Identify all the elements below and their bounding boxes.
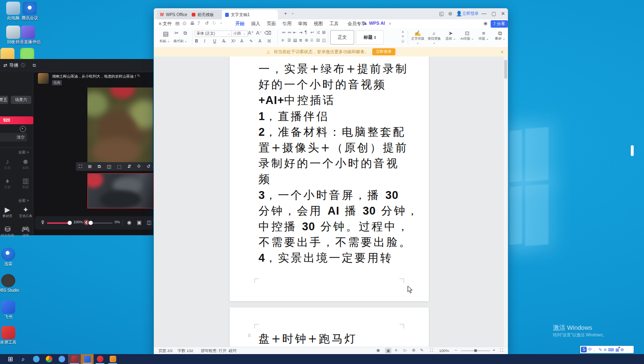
redo-icon[interactable]: ↻ — [212, 21, 216, 26]
font-button-A[interactable]: A — [259, 39, 261, 43]
paragraph-icon-b2[interactable]: ▤ — [293, 38, 297, 43]
font-button-X²[interactable]: X² — [231, 39, 235, 43]
stream-tool-贴纸[interactable]: ☻贴纸 — [17, 158, 34, 170]
taskbar-chrome-icon[interactable] — [42, 354, 55, 364]
taskbar-cursorapp-icon[interactable] — [81, 354, 94, 364]
paragraph-icon-b7[interactable]: ◫ — [322, 38, 326, 43]
settings-gear-icon[interactable]: ⊜ — [448, 11, 452, 17]
ime-symbol-icon[interactable]: ✕ — [603, 347, 606, 352]
paste-icon[interactable]: ▤ — [163, 30, 169, 38]
taskbar-start-icon[interactable]: ⊞ — [4, 354, 17, 364]
stream-tool-音乐[interactable]: ♪音乐 — [0, 158, 16, 170]
menu-引用[interactable]: 引用 — [282, 21, 291, 27]
preview-tool-icon-5[interactable]: ⇵ — [127, 164, 131, 169]
font-button-I[interactable]: I — [204, 39, 205, 43]
eye-protect-icon[interactable]: ◉ — [376, 348, 380, 352]
taskbar-orange-icon[interactable] — [106, 354, 119, 364]
menu-插入[interactable]: 插入 — [251, 21, 260, 27]
copy-icon[interactable]: ⧉ — [183, 30, 187, 36]
document-text-page2[interactable]: 盘+时钟+跑马灯 — [259, 331, 357, 346]
doc-line[interactable]: 中控播 30 分钟。过程中， — [259, 219, 403, 234]
ribbon-tool-文字排版[interactable]: ✍文字排版 ⌄ — [409, 30, 426, 45]
edit-icon[interactable]: ✎ — [137, 73, 140, 78]
doc-line[interactable]: 录制好的一个小时的音视 — [259, 156, 403, 171]
desktop-icon-plane[interactable]: 飞书 — [0, 300, 21, 319]
cut-icon[interactable]: ✂ — [174, 30, 179, 36]
fit-page-icon[interactable]: ⛶ — [430, 348, 433, 353]
screen-record-icon[interactable]: ◉ — [127, 220, 131, 225]
clear-format-icon[interactable]: ⌫ — [264, 30, 271, 36]
more-chevron-icon[interactable]: ⌄ — [220, 21, 223, 24]
video-preview-camera[interactable] — [87, 173, 154, 208]
share-button[interactable]: ⤴ 分享 — [491, 20, 508, 28]
print-icon[interactable]: 🖶 — [190, 21, 195, 26]
font-button-⛝[interactable]: ⛝ — [268, 39, 271, 44]
paragraph-icon-0[interactable]: ≔ — [282, 30, 286, 35]
doc-line[interactable]: 4，实景出境一定要用转 — [259, 250, 403, 266]
stream-tool-互动工具[interactable]: ✦互动工具 — [17, 206, 34, 218]
ime-settings-icon[interactable]: ⚙ — [620, 347, 624, 352]
info-icon[interactable]: ⓘ — [21, 62, 25, 69]
doc-line[interactable]: 1，直播伴侣 — [259, 109, 403, 124]
minimize-button[interactable]: — — [482, 11, 487, 17]
live-red-button[interactable]: 920 — [0, 116, 33, 124]
page-2[interactable]: ⠿ 盘+时钟+跑马灯 — [230, 307, 429, 347]
stream-tool-素材库[interactable]: ▶素材库 — [0, 206, 16, 218]
style-down-icon[interactable]: ▼ — [401, 35, 404, 38]
preview-tool-icon-0[interactable]: ⛶ — [79, 164, 82, 169]
login-link[interactable]: 立即登录 — [462, 11, 479, 17]
doc-line[interactable]: 2，准备材料：电脑整套配 — [259, 124, 403, 140]
page-view-icon[interactable]: ▣ — [385, 348, 391, 353]
brush-label[interactable]: 格式刷 ⌄ — [174, 39, 187, 43]
edit-mode-icon[interactable]: ✎ — [420, 348, 423, 352]
stream-tool-数据[interactable]: ▥数据 — [17, 177, 34, 189]
desktop-icon-obs[interactable]: OBS Studio — [0, 274, 21, 293]
switch-icon[interactable]: ⇄ — [3, 63, 7, 68]
speaker-slider[interactable] — [89, 222, 113, 224]
doc-line[interactable]: 频 — [259, 171, 403, 187]
popout-icon[interactable]: ⧉ — [33, 63, 36, 68]
zoom-in-icon[interactable]: + — [493, 348, 495, 352]
ribbon-visibility-icon[interactable]: ◉ — [484, 21, 488, 26]
director-label[interactable]: 导播 — [9, 62, 18, 69]
maximize-button[interactable]: ▢ — [491, 11, 496, 17]
preview-tool-icon-7[interactable]: ↺ — [147, 164, 150, 169]
desktop-icon-hex[interactable]: 抖音直播伴侣 — [15, 26, 41, 44]
spellcheck-status[interactable]: 拼写检查: 打开 ⌄ — [201, 348, 231, 354]
mic-icon[interactable]: 🎙 — [40, 220, 45, 225]
doc-line[interactable]: 分钟，会用 AI 播 30 分钟， — [259, 203, 403, 219]
output-icon[interactable]: ⎙ — [183, 21, 186, 26]
ribbon-tool-素材[interactable]: ⧉素材 ⌄ — [492, 30, 508, 41]
preview-tool-icon-1[interactable]: ⊞ — [88, 164, 92, 169]
paragraph-icon-3[interactable]: ⇥ — [299, 30, 302, 35]
taskbar-redo-icon[interactable] — [94, 354, 106, 364]
document-text[interactable]: 一，实景+绿布+提前录制好的一个小时的音视频+AI+中控插话1，直播伴侣2，准备… — [259, 61, 403, 266]
new-tab-button[interactable]: + — [284, 11, 287, 17]
stream-tool-抖音电商[interactable]: ⛁抖音电商 — [0, 225, 16, 238]
preview-tool-icon-4[interactable]: ⬚ — [117, 164, 121, 169]
target-icon[interactable] — [20, 126, 26, 132]
tab-document[interactable]: 文字文稿1 — [222, 10, 278, 19]
paragraph-icon-2[interactable]: ⇤ — [293, 30, 296, 35]
paragraph-icon-6[interactable]: ⤨ — [316, 30, 320, 35]
clear-box[interactable]: 清空 — [0, 133, 27, 142]
paragraph-icon-b3[interactable]: ≣ — [299, 38, 302, 43]
tab-wps-office[interactable]: W WPS Office — [157, 10, 192, 19]
vertical-scrollbar[interactable] — [504, 57, 508, 347]
ime-logo-icon[interactable]: S — [581, 347, 587, 352]
file-menu[interactable]: ≡ 文件 — [159, 21, 172, 27]
paste-label[interactable]: 粘贴 ⌄ — [160, 39, 170, 43]
document-canvas[interactable]: 一，实景+绿布+提前录制好的一个小时的音视频+AI+中控插话1，直播伴侣2，准备… — [154, 57, 508, 347]
taskbar-edge-icon[interactable] — [30, 354, 42, 364]
scrollbar-thumb[interactable] — [504, 60, 507, 79]
paragraph-icon-1[interactable]: ≕ — [287, 30, 291, 35]
word-count[interactable]: 字数 132 — [178, 348, 193, 354]
section-all-1[interactable]: 全部 > — [18, 150, 29, 155]
doc-line[interactable]: 好的一个小时的音视频 — [259, 77, 403, 92]
menu-页面[interactable]: 页面 — [267, 21, 276, 27]
preview-toolbar[interactable]: ⛶⊞⧉◫⬚⇵⟐↺ — [76, 162, 153, 171]
ribbon-tool-选择[interactable]: ➤选择 ⌄ — [442, 30, 459, 41]
web-view-icon[interactable]: ⊕ — [412, 348, 415, 352]
preview-tool-icon-3[interactable]: ◫ — [107, 164, 111, 169]
play-view-icon[interactable]: ▷ — [404, 348, 407, 352]
